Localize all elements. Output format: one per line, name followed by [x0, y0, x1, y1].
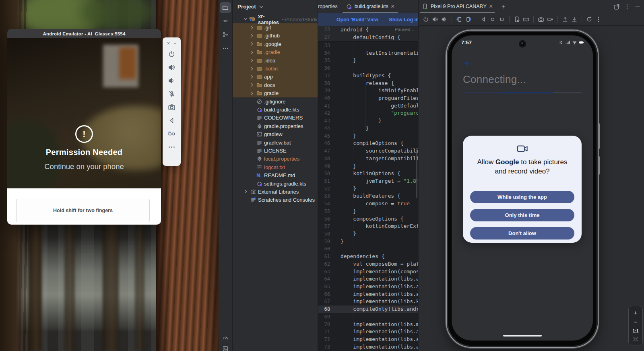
editor-scrollbar[interactable]	[416, 148, 417, 198]
tab-properties[interactable]: roperties	[318, 0, 342, 13]
device-camera-button[interactable]	[538, 16, 544, 23]
stripe-button-commit[interactable]	[220, 15, 231, 27]
tree-item--kotlin[interactable]: .kotlin	[233, 64, 318, 72]
device-device-settings-button[interactable]	[514, 16, 520, 23]
running-devices-panel: Pixel 9 Pro API CANARY ✕ ＋ 7:57 ✦ Connec…	[419, 0, 644, 351]
tree-item-xr-samples[interactable]: xr-samples ~/AndroidStudioProj	[233, 15, 318, 23]
stripe-button-more-h[interactable]	[220, 43, 231, 54]
emulator-glasses-button[interactable]	[165, 127, 179, 140]
emulator-volume-down-button[interactable]	[165, 74, 179, 87]
tree-item--google[interactable]: .google	[233, 40, 318, 48]
while-using-app-button[interactable]: While using the app	[470, 191, 574, 203]
emulator-more-h-button[interactable]	[165, 140, 179, 154]
stripe-button-project-folder[interactable]	[220, 2, 231, 13]
stripe-button-profiler[interactable]	[220, 332, 231, 343]
tab-close-icon[interactable]: ✕	[489, 4, 493, 9]
textfile-icon	[255, 164, 263, 170]
tree-item-local-properties[interactable]: local.properties	[233, 155, 318, 163]
tree-item-docs[interactable]: docs	[233, 81, 318, 89]
device-tab-bar: Pixel 9 Pro API CANARY ✕ ＋	[419, 0, 644, 13]
tree-item-license[interactable]: LICENSE	[233, 147, 318, 155]
code-line-39: 39 isMinifyEnabled	[318, 87, 418, 95]
device-rotate-right-button[interactable]	[465, 16, 472, 23]
tree-item-gradle[interactable]: gradle	[233, 89, 318, 97]
device-record-button[interactable]	[547, 16, 553, 23]
zoom-ratio-button[interactable]: 1:1	[632, 328, 638, 333]
toolbar-separator	[509, 16, 510, 23]
folder-icon	[255, 41, 263, 47]
emulator-close-button[interactable]: ×	[167, 41, 170, 46]
tree-item-label: docs	[264, 82, 275, 88]
panel-open-new-button[interactable]	[613, 4, 620, 10]
tree-item-gradle-properties[interactable]: gradle.properties	[233, 122, 318, 130]
textfile-icon	[255, 115, 263, 121]
emulator-volume-up-button[interactable]	[165, 61, 179, 74]
tree-item-gradlew[interactable]: gradlew	[233, 130, 318, 138]
tab-build-gradle-kts[interactable]: build.gradle.kts ✕	[342, 0, 399, 13]
home-indicator[interactable]	[503, 335, 542, 337]
hint-text: Hold shift for two fingers	[53, 208, 113, 213]
emulator-screen[interactable]: ! Permission Needed Continue on your pho…	[7, 38, 161, 188]
tab-pixel-9-pro[interactable]: Pixel 9 Pro API CANARY ✕	[419, 0, 496, 13]
zoom-fit-icon[interactable]	[633, 337, 638, 342]
device-keyboard-button[interactable]	[523, 16, 529, 23]
device-back-button[interactable]	[480, 16, 487, 23]
folder-icon	[255, 90, 263, 96]
device-download-button[interactable]	[571, 16, 578, 23]
only-this-time-button[interactable]: Only this time	[470, 209, 574, 221]
stripe-button-logcat[interactable]	[220, 343, 231, 351]
tree-item--idea[interactable]: .idea	[233, 56, 318, 64]
tree-item-scratches-and-consoles[interactable]: Scratches and Consoles	[233, 196, 318, 204]
device-power-button[interactable]	[423, 16, 429, 23]
emulator-title-bar[interactable]: Android Emulator - AI_Glasses:5554	[7, 29, 161, 38]
emulator-camera-button[interactable]	[165, 101, 179, 114]
tree-item-label: External Libraries	[258, 189, 299, 195]
zoom-out-button[interactable]: −	[634, 319, 638, 325]
open-build-view-link[interactable]: Open 'Build' View	[336, 17, 378, 23]
code-line-69: 69	[318, 313, 418, 321]
tree-item-settings-gradle-kts[interactable]: settings.gradle.kts	[233, 180, 318, 188]
tree-item-label: gradle	[264, 90, 279, 96]
code-line-59: 59}	[318, 238, 418, 246]
code-editor[interactable]: roperties build.gradle.kts ✕ Open 'Build…	[318, 0, 419, 351]
code-line-50: 50 kotlinOptions {	[318, 170, 418, 178]
device-kebab-button[interactable]	[595, 16, 602, 23]
tree-item--github[interactable]: .github	[233, 32, 318, 40]
tree-item-app[interactable]: app	[233, 73, 318, 81]
tree-item-label: .google	[264, 41, 281, 47]
emulator-power-button[interactable]	[165, 47, 179, 61]
emulator-back-button[interactable]	[165, 114, 179, 127]
panel-minimize-button[interactable]	[634, 4, 641, 10]
add-device-tab-icon[interactable]: ＋	[500, 3, 506, 10]
dont-allow-button[interactable]: Don't allow	[470, 227, 574, 240]
tree-item-build-gradle-kts[interactable]: build.gradle.kts	[233, 105, 318, 114]
phone-screen[interactable]: 7:57 ✦ Connecting... Allow Google to tak…	[452, 35, 593, 341]
stripe-button-vcs[interactable]	[220, 29, 231, 40]
show-log-link[interactable]: Show Log in Finder	[389, 17, 419, 23]
videocam-icon	[517, 145, 528, 153]
device-home-button[interactable]	[489, 16, 496, 23]
zoom-in-button[interactable]: +	[634, 310, 638, 316]
device-volume-down-button[interactable]	[441, 16, 448, 23]
project-panel-header[interactable]: Project	[237, 0, 264, 13]
device-rotate-left-button[interactable]	[456, 16, 462, 23]
panel-kebab-button[interactable]	[624, 4, 630, 10]
tree-item-readme-md[interactable]: M↓README.md	[233, 171, 318, 179]
project-root-folder-icon	[249, 16, 257, 23]
device-restart-button[interactable]	[586, 16, 592, 23]
tree-item-gradlew-bat[interactable]: gradlew.bat	[233, 138, 318, 147]
emulator-minimize-button[interactable]: −	[173, 41, 176, 46]
tree-item-external-libraries[interactable]: External Libraries	[233, 188, 318, 196]
emulator-mic-off-button[interactable]	[165, 87, 179, 101]
connecting-text: Connecting...	[463, 73, 526, 86]
tab-close-icon[interactable]: ✕	[391, 4, 395, 9]
device-overview-button[interactable]	[499, 16, 505, 23]
tree-item-codeowners[interactable]: CODEOWNERS	[233, 114, 318, 122]
device-upload-button[interactable]	[562, 16, 568, 23]
tree-item--gitignore[interactable]: .gitignore	[233, 97, 318, 105]
device-volume-up-button[interactable]	[432, 16, 438, 23]
tree-item-logcat-txt[interactable]: logcat.txt	[233, 163, 318, 171]
code-line-66: 66 implementation(libs.andr	[318, 291, 418, 298]
project-tree[interactable]: xr-samples ~/AndroidStudioProj .git.gith…	[233, 15, 318, 204]
tree-item--gradle[interactable]: .gradle	[233, 48, 318, 56]
